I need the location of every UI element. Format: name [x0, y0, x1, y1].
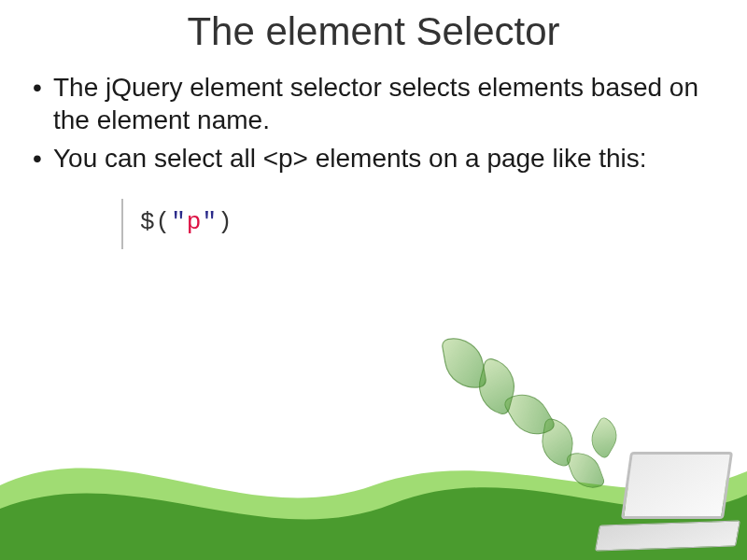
laptop-screen — [621, 452, 733, 519]
bullet-list: The jQuery element selector selects elem… — [28, 71, 719, 175]
code-value: p — [187, 208, 203, 236]
laptop-base — [595, 520, 740, 551]
bullet-item: You can select all <p> elements on a pag… — [33, 142, 719, 175]
code-block: $("p") — [121, 199, 250, 249]
code-open-paren: ( — [156, 208, 172, 236]
laptop-graphic — [588, 452, 738, 554]
code-quote: " — [171, 208, 187, 236]
envelope-icon — [441, 333, 487, 393]
slide-title: The element Selector — [28, 9, 719, 54]
code-line: $("p") — [140, 208, 233, 236]
code-quote: " — [202, 208, 218, 236]
code-close-paren: ) — [218, 208, 233, 236]
code-dollar: $ — [140, 208, 156, 236]
slide-container: The element Selector The jQuery element … — [0, 0, 747, 560]
bullet-item: The jQuery element selector selects elem… — [33, 71, 719, 136]
